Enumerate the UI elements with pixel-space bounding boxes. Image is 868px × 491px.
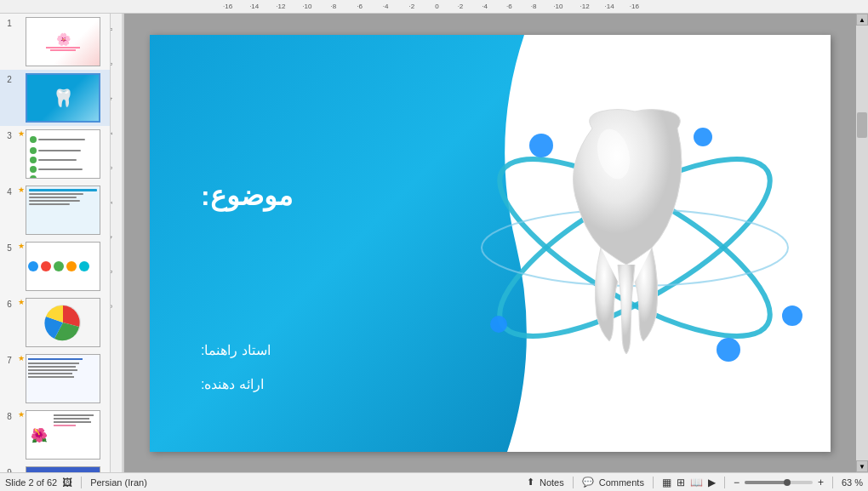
slide-subtitle2: ارائه دهنده: [201,376,264,392]
svg-text:4: 4 [111,97,113,100]
scroll-up-button[interactable]: ▲ [856,14,868,26]
slide-number-2: 2 [2,73,17,84]
svg-text:8: 8 [111,27,113,31]
slide-thumb-4[interactable]: 4 ★ [0,182,110,238]
zoom-slider-fill [745,481,785,484]
slide-preview-7 [26,354,100,403]
normal-view-icon[interactable]: ▦ [662,477,671,488]
zoom-slider[interactable] [745,481,813,484]
slide-thumb-9[interactable]: 9 P P P [0,463,110,472]
slide-star-4: ★ [17,186,26,194]
svg-text:6: 6 [111,62,113,66]
slide-preview-6 [26,298,100,347]
zoom-percent[interactable]: 63 % [842,477,863,488]
slide-preview-2: 🦷 [26,73,100,123]
svg-point-16 [717,338,740,362]
separator-2 [573,477,574,488]
scrollbar-track[interactable] [856,26,868,460]
slide-number-9: 9 [2,466,17,472]
slide-icon: 🖼 [62,477,72,488]
svg-point-19 [694,128,712,146]
slide-preview-3 [26,129,100,179]
slide-number-4: 4 [2,186,17,197]
ruler-left: 8 6 4 2 0 2 4 6 8 [111,14,124,472]
status-bar: Slide 2 of 62 🖼 Persian (Iran) ⬆ Notes 💬… [0,472,868,491]
slide-thumb-2[interactable]: 2 🦷 [0,70,110,126]
comments-icon: 💬 [582,477,594,488]
slide-subtitle1: استاد راهنما: [201,342,271,358]
slideshow-icon[interactable]: ▶ [708,477,716,488]
slide-thumb-6[interactable]: 6 ★ [0,294,110,351]
svg-text:4: 4 [111,235,113,238]
svg-point-17 [782,305,802,326]
slide-number-8: 8 [2,410,17,421]
slide-thumb-3[interactable]: 3 ★ [0,126,110,182]
slide-number-1: 1 [2,17,17,28]
slide-info: Slide 2 of 62 [5,477,57,488]
svg-point-18 [490,316,507,333]
slide-star-6: ★ [17,298,26,306]
slide-panel[interactable]: 1 🌸 2 🦷 3 ★ [0,14,111,472]
slide-thumb-7[interactable]: 7 ★ [0,351,110,407]
slide-number-3: 3 [2,129,17,140]
slide-number-7: 7 [2,354,17,365]
slide-preview-9: P P P [26,466,100,472]
separator-5 [832,477,833,488]
slide-sorter-icon[interactable]: ⊞ [677,477,685,488]
ruler-svg: // We'll draw these via JS after parse [221,0,868,13]
ruler-top: // We'll draw these via JS after parse ·… [0,0,868,14]
svg-text:6: 6 [111,270,113,273]
slide-number-6: 6 [2,298,17,309]
slide-preview-8: 🌺 [26,410,100,460]
slide-star-3: ★ [17,129,26,138]
reading-view-icon[interactable]: 📖 [690,477,703,488]
svg-text:2: 2 [111,131,113,134]
scrollbar-thumb[interactable] [857,112,867,138]
tooth-orbital-svg [456,52,814,443]
scrollbar-right: ▲ ▼ [856,14,868,472]
tooth-orbital [456,52,814,443]
separator-4 [724,477,725,488]
svg-point-15 [529,134,553,157]
notes-label[interactable]: Notes [540,477,564,488]
slide-thumb-5[interactable]: 5 ★ [0,238,110,294]
slide-title: موضوع: [201,180,293,212]
slide-canvas: موضوع: استاد راهنما: ارائه دهنده: [150,35,831,452]
svg-text:2: 2 [111,201,113,204]
slide-thumb-1[interactable]: 1 🌸 [0,14,110,70]
scroll-down-button[interactable]: ▼ [856,460,868,472]
zoom-in-button[interactable]: + [818,477,824,488]
slide-star-7: ★ [17,354,26,363]
svg-text:0: 0 [111,166,113,169]
slide-thumb-8[interactable]: 8 ★ 🌺 [0,407,110,463]
slide-number-5: 5 [2,242,17,253]
comments-label[interactable]: Comments [599,477,644,488]
zoom-slider-thumb[interactable] [784,479,791,486]
slide-preview-1: 🌸 [26,17,100,66]
svg-text:8: 8 [111,305,113,308]
slide-star-5: ★ [17,242,26,250]
canvas-area: موضوع: استاد راهنما: ارائه دهنده: [124,14,856,472]
zoom-out-button[interactable]: − [734,477,740,488]
slide-preview-4 [26,186,100,235]
main-area: 1 🌸 2 🦷 3 ★ [0,14,868,472]
slide-star-8: ★ [17,410,26,419]
notes-icon: ⬆ [527,477,534,488]
language-info: Persian (Iran) [90,477,147,488]
separator-3 [653,477,654,488]
separator-1 [81,477,82,488]
slide-preview-5 [26,242,100,291]
ruler-top-inner: // We'll draw these via JS after parse ·… [221,0,868,13]
